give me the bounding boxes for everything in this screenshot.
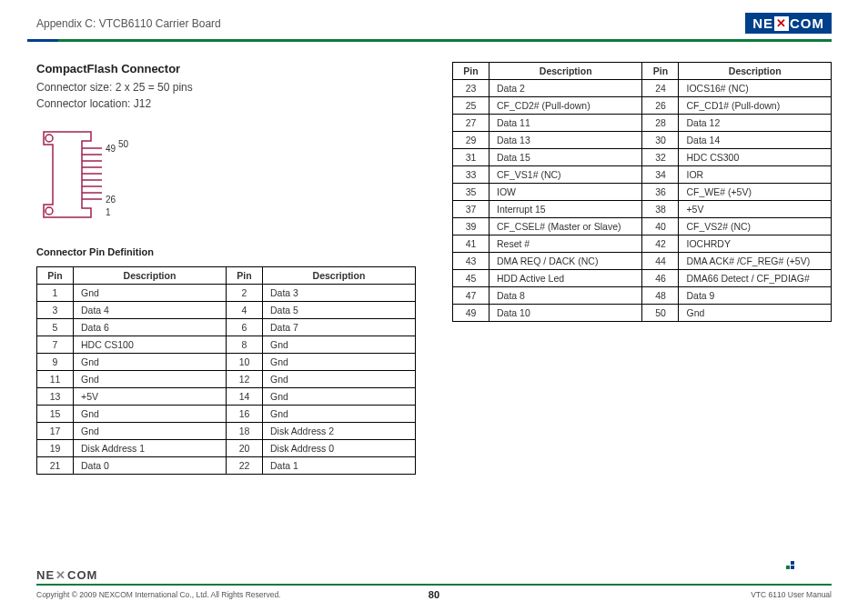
desc-cell: CF_CD1# (Pull-down)	[679, 97, 832, 115]
section-title: CompactFlash Connector	[36, 62, 416, 75]
pin-cell: 27	[453, 115, 490, 132]
desc-cell: HDD Active Led	[490, 270, 642, 287]
pin-cell: 2	[227, 285, 263, 302]
pin-cell: 8	[227, 336, 263, 354]
desc-cell: +5V	[679, 201, 832, 218]
table-row: 29Data 1330Data 14	[453, 132, 832, 149]
diagram-label-49: 49	[106, 144, 116, 154]
desc-cell: Data 13	[490, 132, 642, 149]
col-desc: Description	[263, 267, 416, 285]
pin-cell: 35	[453, 184, 490, 201]
svg-rect-13	[791, 566, 794, 569]
desc-cell: +5V	[74, 388, 227, 406]
desc-cell: Data 2	[490, 80, 642, 97]
desc-cell: IOW	[490, 184, 642, 201]
pin-cell: 30	[642, 132, 679, 149]
pin-cell: 12	[227, 371, 263, 388]
pin-cell: 29	[453, 132, 490, 149]
left-column: CompactFlash Connector Connector size: 2…	[36, 62, 416, 475]
right-column: Pin Description Pin Description 23Data 2…	[452, 62, 832, 475]
desc-cell: Data 3	[263, 285, 416, 302]
svg-point-0	[45, 135, 53, 142]
desc-cell: Data 5	[263, 302, 416, 319]
pin-cell: 31	[453, 149, 490, 166]
pin-cell: 10	[227, 354, 263, 371]
header-rule	[36, 39, 832, 42]
desc-cell: IOR	[679, 166, 832, 184]
diagram-label-26: 26	[106, 195, 116, 205]
pin-cell: 21	[37, 457, 74, 475]
pin-cell: 18	[227, 423, 263, 440]
desc-cell: IOCS16# (NC)	[679, 80, 832, 97]
page-header: Appendix C: VTCB6110 Carrier Board NE✕CO…	[0, 0, 868, 39]
pin-cell: 40	[642, 218, 679, 235]
manual-name: VTC 6110 User Manual	[567, 590, 832, 599]
desc-cell: Gnd	[74, 406, 227, 423]
table-row: 1Gnd2Data 3	[37, 285, 416, 302]
pin-cell: 4	[227, 302, 263, 319]
footer-rule	[36, 584, 832, 586]
pin-cell: 48	[642, 287, 679, 305]
pin-cell: 14	[227, 388, 263, 406]
connector-info: Connector size: 2 x 25 = 50 pins Connect…	[36, 79, 416, 112]
page-footer: NE✕COM Copyright © 2009 NEXCOM Internati…	[0, 568, 868, 611]
desc-cell: HDC CS100	[74, 336, 227, 354]
pin-cell: 3	[37, 302, 74, 319]
table-row: 23Data 224IOCS16# (NC)	[453, 80, 832, 97]
desc-cell: CF_VS1# (NC)	[490, 166, 642, 184]
col-desc: Description	[490, 63, 642, 80]
desc-cell: Data 6	[74, 319, 227, 336]
desc-cell: Data 9	[679, 287, 832, 305]
desc-cell: Gnd	[263, 336, 416, 354]
desc-cell: Data 8	[490, 287, 642, 305]
desc-cell: DMA66 Detect / CF_PDIAG#	[679, 270, 832, 287]
appendix-title: Appendix C: VTCB6110 Carrier Board	[36, 17, 221, 30]
desc-cell: Data 15	[490, 149, 642, 166]
table-row: 25CF_CD2# (Pull-down)26CF_CD1# (Pull-dow…	[453, 97, 832, 115]
pin-cell: 25	[453, 97, 490, 115]
table-row: 39CF_CSEL# (Master or Slave)40CF_VS2# (N…	[453, 218, 832, 235]
table-row: 7HDC CS1008Gnd	[37, 336, 416, 354]
desc-cell: DMA ACK# /CF_REG# (+5V)	[679, 253, 832, 270]
desc-cell: Data 12	[679, 115, 832, 132]
desc-cell: HDC CS300	[679, 149, 832, 166]
pin-cell: 38	[642, 201, 679, 218]
pin-cell: 7	[37, 336, 74, 354]
pin-cell: 22	[227, 457, 263, 475]
table-row: 45HDD Active Led46DMA66 Detect / CF_PDIA…	[453, 270, 832, 287]
copyright-text: Copyright © 2009 NEXCOM International Co…	[36, 590, 301, 599]
svg-point-1	[45, 207, 53, 215]
connector-size: Connector size: 2 x 25 = 50 pins	[36, 81, 193, 94]
pin-cell: 26	[642, 97, 679, 115]
main-content: CompactFlash Connector Connector size: 2…	[0, 42, 868, 475]
desc-cell: Gnd	[263, 388, 416, 406]
table-row: 43DMA REQ / DACK (NC)44DMA ACK# /CF_REG#…	[453, 253, 832, 270]
pin-cell: 6	[227, 319, 263, 336]
table-row: 21Data 022Data 1	[37, 457, 416, 475]
pin-cell: 43	[453, 253, 490, 270]
desc-cell: Data 7	[263, 319, 416, 336]
pin-cell: 5	[37, 319, 74, 336]
corner-mark-icon	[786, 561, 795, 570]
pin-cell: 16	[227, 406, 263, 423]
desc-cell: Data 1	[263, 457, 416, 475]
desc-cell: Gnd	[263, 354, 416, 371]
connector-diagram: 49 50 26 1	[36, 125, 416, 228]
table-row: 49Data 1050Gnd	[453, 305, 832, 322]
col-pin: Pin	[642, 63, 679, 80]
table-row: 15Gnd16Gnd	[37, 406, 416, 423]
page-number: 80	[301, 589, 566, 600]
pin-cell: 20	[227, 440, 263, 457]
pin-cell: 34	[642, 166, 679, 184]
pin-cell: 41	[453, 235, 490, 253]
desc-cell: CF_WE# (+5V)	[679, 184, 832, 201]
table-row: 3Data 44Data 5	[37, 302, 416, 319]
table-row: 19Disk Address 120Disk Address 0	[37, 440, 416, 457]
pin-cell: 37	[453, 201, 490, 218]
svg-rect-12	[791, 561, 794, 565]
pin-cell: 46	[642, 270, 679, 287]
col-desc: Description	[74, 267, 227, 285]
desc-cell: Disk Address 2	[263, 423, 416, 440]
desc-cell: Data 0	[74, 457, 227, 475]
pin-cell: 28	[642, 115, 679, 132]
